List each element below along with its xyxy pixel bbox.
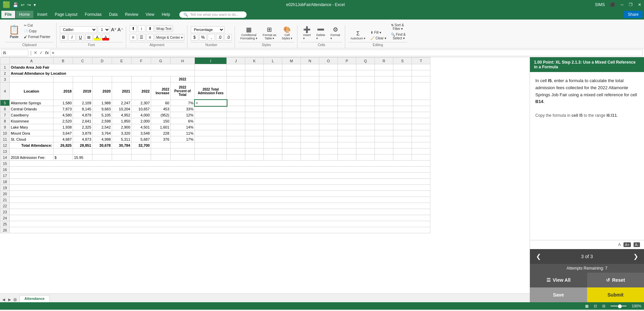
cell-g4[interactable]: 2022Increase [151, 82, 171, 100]
cell-k9[interactable] [245, 124, 264, 130]
cell-k8[interactable] [245, 118, 264, 124]
wrap-text-button[interactable]: Wrap Text [155, 25, 173, 32]
col-header-g[interactable]: G [151, 58, 171, 64]
cell-g7[interactable]: (952) [151, 112, 171, 118]
cell-a13[interactable] [10, 148, 53, 154]
cell-r6[interactable] [375, 106, 393, 112]
cell-t9[interactable] [412, 124, 430, 130]
col-header-n[interactable]: N [301, 58, 319, 64]
col-header-a[interactable]: A [10, 58, 53, 64]
cell-q5[interactable] [356, 100, 375, 106]
cell-h3[interactable]: 2022 [171, 76, 195, 82]
cell-h7[interactable]: 12% [171, 112, 195, 118]
cell-n1[interactable] [301, 64, 319, 70]
cell-k5[interactable] [245, 100, 264, 106]
prev-nav-button[interactable]: ❮ [530, 249, 547, 264]
cell-n9[interactable] [301, 124, 319, 130]
cell-a3[interactable] [10, 76, 53, 82]
cell-q11[interactable] [356, 136, 375, 142]
cell-k6[interactable] [245, 106, 264, 112]
cell-q14[interactable] [356, 154, 375, 161]
view-pagebreak-icon[interactable]: ⊟ [602, 304, 605, 308]
cell-h9[interactable]: 14% [171, 124, 195, 130]
row-header-7[interactable]: 7 [0, 112, 10, 118]
formula-input[interactable] [50, 49, 643, 56]
row-header-17[interactable]: 17 [0, 173, 10, 179]
border-button[interactable]: ⊞ [85, 34, 93, 41]
tell-me-input[interactable]: Tell me what you want to do... [190, 12, 239, 16]
font-name-select[interactable]: Calibri [60, 26, 97, 33]
cell-e14[interactable] [112, 154, 132, 161]
cell-a12[interactable]: Total Attendance: [10, 142, 53, 148]
bold-button[interactable]: B [60, 34, 67, 41]
cell-q2[interactable] [356, 70, 375, 76]
cell-h8[interactable]: 6% [171, 118, 195, 124]
cell-t1[interactable] [412, 64, 430, 70]
cell-f8[interactable]: 2,000 [132, 118, 151, 124]
cell-r3[interactable] [375, 76, 393, 82]
cell-c8[interactable]: 2,641 [73, 118, 93, 124]
quicksave-icon[interactable]: 💾 [13, 2, 18, 7]
cell-k3[interactable] [245, 76, 264, 82]
row-header-6[interactable]: 6 [0, 106, 10, 112]
cell-p12[interactable] [338, 142, 356, 148]
col-header-l[interactable]: L [264, 58, 282, 64]
cell-d4[interactable]: 2020 [93, 82, 112, 100]
cell-p10[interactable] [338, 130, 356, 136]
cell-s6[interactable] [393, 106, 412, 112]
view-all-button[interactable]: ☰ View All [530, 273, 587, 287]
cell-j6[interactable] [227, 106, 245, 112]
cell-d8[interactable]: 2,598 [93, 118, 112, 124]
row-header-21[interactable]: 21 [0, 197, 10, 203]
col-header-f[interactable]: F [132, 58, 151, 64]
cell-g11[interactable]: 376 [151, 136, 171, 142]
cell-c11[interactable]: 4,873 [73, 136, 93, 142]
cell-m13[interactable] [282, 148, 301, 154]
cell-e5[interactable]: 2,247 [112, 100, 132, 106]
col-header-p[interactable]: P [338, 58, 356, 64]
cell-n2[interactable] [301, 70, 319, 76]
cell-c3[interactable] [73, 76, 93, 82]
sort-filter-button[interactable]: ⇅ Sort & Filter ▾ [389, 23, 407, 31]
cell-i8[interactable] [195, 118, 227, 124]
row-header-1[interactable]: 1 [0, 64, 10, 70]
view-layout-icon[interactable]: ⊡ [594, 304, 597, 308]
cell-n10[interactable] [301, 130, 319, 136]
cell-d12[interactable]: 30,678 [93, 142, 112, 148]
cell-i5[interactable]: = [195, 100, 227, 106]
col-header-e[interactable]: E [112, 58, 132, 64]
cell-n12[interactable] [301, 142, 319, 148]
merge-center-button[interactable]: Merge & Center▾ [155, 34, 185, 41]
cell-r11[interactable] [375, 136, 393, 142]
cell-b11[interactable]: 4,687 [53, 136, 73, 142]
menu-insert[interactable]: Insert [34, 11, 51, 18]
cell-k4[interactable] [245, 82, 264, 100]
cell-j7[interactable] [227, 112, 245, 118]
row-header-19[interactable]: 19 [0, 185, 10, 191]
cell-c6[interactable]: 8,145 [73, 106, 93, 112]
cell-p7[interactable] [338, 112, 356, 118]
row-header-16[interactable]: 16 [0, 167, 10, 173]
cell-l12[interactable] [264, 142, 282, 148]
align-left-button[interactable]: ≡ [130, 34, 137, 41]
cell-f13[interactable] [132, 148, 151, 154]
cell-l7[interactable] [264, 112, 282, 118]
cell-b8[interactable]: 2,520 [53, 118, 73, 124]
cell-j12[interactable] [227, 142, 245, 148]
cell-p4[interactable] [338, 82, 356, 100]
cancel-formula-icon[interactable]: ✕ [34, 50, 37, 55]
cell-q7[interactable] [356, 112, 375, 118]
align-center-button[interactable]: ☰ [138, 34, 145, 41]
cell-l10[interactable] [264, 130, 282, 136]
cell-c14[interactable]: 15.95 [73, 154, 93, 161]
cell-t6[interactable] [412, 106, 430, 112]
cell-g6[interactable]: 453 [151, 106, 171, 112]
cell-o12[interactable] [319, 142, 338, 148]
cell-d13[interactable] [93, 148, 112, 154]
font-shrink-icon[interactable]: A⁻ [117, 27, 123, 32]
col-header-c[interactable]: C [73, 58, 93, 64]
redo-icon[interactable]: ↪ [27, 2, 31, 7]
cell-i2[interactable] [195, 70, 227, 76]
format-button[interactable]: ⚙ Format▾ [328, 25, 342, 41]
cell-q3[interactable] [356, 76, 375, 82]
